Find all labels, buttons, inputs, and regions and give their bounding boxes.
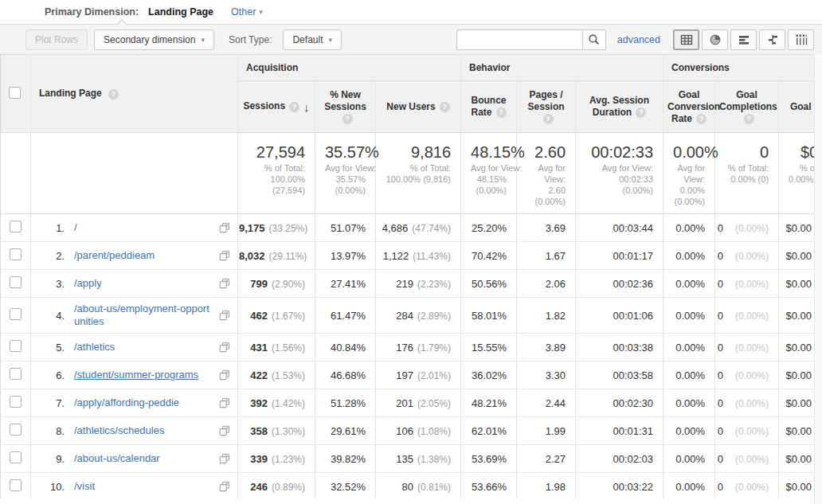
col-header-avg-session-duration[interactable]: Avg. Session Duration? [576, 81, 663, 133]
col-header-goal-value[interactable]: Goal Value [779, 81, 814, 133]
help-icon[interactable]: ? [108, 89, 119, 100]
landing-page-link[interactable]: /about-us/employment-opportunities [74, 303, 214, 328]
goal-conversion-rate-cell: 0.00% [663, 417, 715, 445]
data-table-icon [679, 33, 694, 47]
row-checkbox[interactable] [10, 424, 22, 436]
open-page-button[interactable] [219, 453, 230, 464]
plot-rows-button[interactable]: Plot Rows [25, 29, 88, 50]
col-header-bounce-rate[interactable]: Bounce Rate? [461, 81, 517, 133]
col-label-goal-value: Goal Value [790, 101, 814, 112]
sort-desc-icon[interactable]: ↓ [303, 100, 310, 114]
col-header-landing-page[interactable]: Landing Page ? [31, 55, 238, 133]
open-page-button[interactable] [219, 425, 230, 436]
group-header-conversions: Conversions [663, 55, 814, 81]
primary-dimension-label: Primary Dimension: [45, 6, 139, 18]
avg-session-duration-cell: 00:03:44 [576, 214, 663, 242]
comparison-view-button[interactable] [759, 29, 785, 50]
open-page-button[interactable] [219, 250, 230, 261]
performance-bars-view-button[interactable] [730, 29, 757, 50]
advanced-search-link[interactable]: advanced [617, 34, 660, 45]
landing-page-link[interactable]: /apply/affording-peddie [74, 397, 179, 409]
summary-caption: (0.00%) [526, 196, 566, 207]
row-checkbox-cell [1, 298, 31, 334]
summary-caption: (0.00%) [585, 185, 653, 196]
percent-new-sessions-cell: 29.61% [315, 417, 376, 445]
row-checkbox[interactable] [10, 308, 22, 320]
row-checkbox[interactable] [10, 479, 22, 491]
row-checkbox[interactable] [10, 340, 22, 352]
open-page-button[interactable] [219, 222, 230, 233]
help-icon[interactable]: ? [636, 107, 646, 118]
open-page-button[interactable] [219, 397, 230, 408]
select-all-checkbox[interactable] [9, 87, 21, 99]
new-users-cell: 1,122(11.43%) [376, 242, 461, 270]
col-header-percent-new-sessions[interactable]: % New Sessions? [315, 81, 376, 133]
goal-conversion-rate-cell: 0.00% [663, 473, 715, 499]
summary-caption: 00:02:33 [585, 174, 653, 185]
landing-page-link[interactable]: /student/summer-programs [74, 369, 198, 381]
open-page-button[interactable] [219, 278, 230, 289]
open-page-button[interactable] [219, 481, 230, 492]
right-gutter [814, 54, 822, 504]
open-in-new-icon [219, 342, 230, 353]
row-checkbox-cell [1, 417, 31, 445]
other-dimension-link[interactable]: Other ▾ [231, 6, 263, 18]
landing-page-cell: 8./athletics/schedules [31, 417, 238, 445]
new-users-cell: 176(1.79%) [376, 334, 461, 361]
landing-page-link[interactable]: /visit [74, 480, 95, 493]
summary-caption: % of Total: [386, 162, 451, 174]
search-button[interactable] [582, 29, 606, 50]
percentage-pie-view-button[interactable] [702, 29, 728, 50]
data-table-view-button[interactable] [673, 29, 699, 50]
row-number: 2. [31, 250, 65, 262]
row-checkbox[interactable] [10, 248, 22, 260]
landing-page-cell: 1./ [31, 214, 238, 242]
landing-page-table: Landing Page ? Acquisition Behavior Conv… [0, 54, 814, 498]
help-icon[interactable]: ? [342, 114, 353, 124]
row-checkbox[interactable] [10, 221, 22, 232]
open-in-new-icon [219, 481, 230, 492]
secondary-dimension-button[interactable]: Secondary dimension ▾ [94, 29, 214, 50]
landing-page-link[interactable]: /athletics [74, 341, 115, 354]
pivot-view-button[interactable] [788, 29, 814, 50]
help-icon[interactable]: ? [496, 107, 507, 118]
bounce-rate-cell: 53.69% [461, 445, 517, 473]
sort-type-button[interactable]: Default ▾ [283, 29, 342, 50]
landing-page-link[interactable]: /apply [74, 277, 102, 290]
open-page-button[interactable] [219, 369, 230, 381]
summary-caption: Avg for View: [471, 162, 507, 174]
summary-caption: (0.00%) [325, 185, 366, 196]
row-checkbox[interactable] [10, 368, 22, 380]
search-icon [588, 33, 600, 45]
row-checkbox[interactable] [10, 451, 22, 463]
col-header-new-users[interactable]: New Users? [376, 81, 461, 133]
help-icon[interactable]: ? [289, 102, 299, 112]
summary-landing-cell [31, 133, 238, 214]
landing-page-link[interactable]: /athletics/schedules [74, 424, 164, 437]
col-header-sessions[interactable]: Sessions?↓ [238, 81, 315, 133]
landing-page-link[interactable]: /about-us/calendar [74, 452, 160, 465]
toolbar-right-group: advanced [456, 29, 814, 50]
help-icon[interactable]: ? [696, 114, 707, 124]
landing-page-cell: 4./about-us/employment-opportunities [31, 298, 238, 334]
landing-page-link[interactable]: / [74, 221, 77, 234]
row-checkbox[interactable] [10, 396, 22, 408]
help-icon[interactable]: ? [440, 102, 450, 112]
col-header-pages-per-session[interactable]: Pages / Session? [517, 81, 576, 133]
tab-landing-page[interactable]: Landing Page [148, 6, 213, 18]
landing-page-link[interactable]: /parent/peddieam [74, 249, 155, 262]
goal-value-cell: $0.00 [779, 270, 814, 298]
help-icon[interactable]: ? [543, 114, 554, 124]
col-header-goal-completions[interactable]: Goal Completions? [715, 81, 779, 133]
summary-avg-session-duration: 00:02:33Avg for View:00:02:33(0.00%) [576, 133, 663, 214]
search-input[interactable] [456, 29, 582, 50]
open-page-button[interactable] [219, 310, 230, 321]
bounce-rate-cell: 15.55% [461, 334, 517, 361]
row-checkbox[interactable] [10, 276, 22, 288]
help-icon[interactable]: ? [744, 114, 754, 124]
col-header-goal-conversion-rate[interactable]: Goal Conversion Rate? [663, 81, 715, 133]
open-page-button[interactable] [219, 342, 230, 353]
analytics-landing-page-report: Primary Dimension: Landing Page Other ▾ … [0, 0, 822, 504]
select-all-cell [1, 55, 31, 133]
performance-bars-icon [737, 33, 751, 47]
